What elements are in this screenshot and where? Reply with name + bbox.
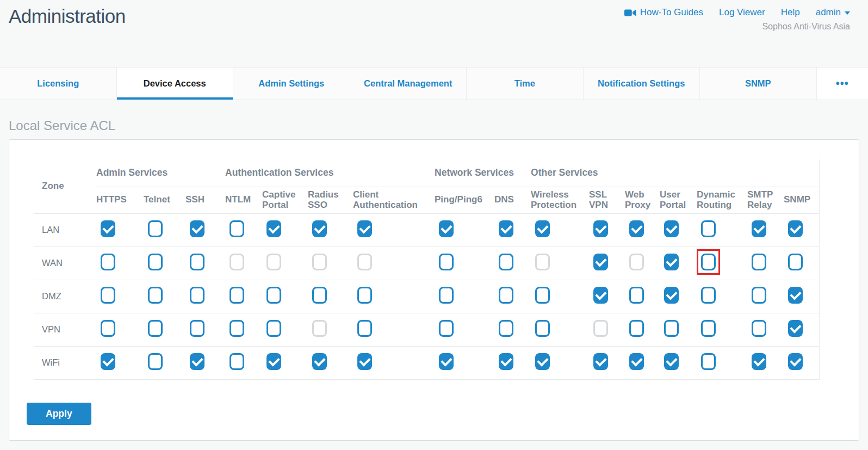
checkbox-wifi-web-proxy[interactable] <box>629 353 644 370</box>
link-log-viewer[interactable]: Log Viewer <box>719 7 765 18</box>
tab-licensing[interactable]: Licensing <box>0 67 117 100</box>
checkbox-box-unchecked <box>190 254 204 270</box>
checkbox-dmz-captive-portal[interactable] <box>266 287 281 304</box>
tab-time[interactable]: Time <box>467 67 584 100</box>
checkbox-wan-snmp[interactable] <box>788 254 803 270</box>
checkbox-dmz-user-portal[interactable] <box>664 287 679 304</box>
checkbox-wifi-client-authentication[interactable] <box>357 353 372 370</box>
checkbox-wifi-captive-portal[interactable] <box>266 353 281 370</box>
checkbox-vpn-captive-portal[interactable] <box>266 320 281 337</box>
cell-vpn-web-proxy <box>625 313 660 346</box>
checkbox-vpn-user-portal[interactable] <box>664 320 679 337</box>
checkbox-wan-ping-ping6[interactable] <box>439 254 454 270</box>
checkbox-wifi-ping-ping6[interactable] <box>439 353 454 370</box>
checkbox-dmz-client-authentication[interactable] <box>357 287 372 304</box>
tab-admin-settings[interactable]: Admin Settings <box>233 67 350 100</box>
checkbox-lan-ssl-vpn[interactable] <box>593 220 608 237</box>
cell-dmz-client-authentication <box>353 280 435 313</box>
checkbox-dmz-https[interactable] <box>101 287 115 304</box>
checkbox-lan-dynamic-routing[interactable] <box>701 220 716 237</box>
checkbox-lan-https[interactable] <box>101 220 115 237</box>
checkbox-wifi-telnet[interactable] <box>148 353 163 370</box>
tab-central-management[interactable]: Central Management <box>350 67 467 100</box>
checkbox-lan-web-proxy[interactable] <box>629 220 644 237</box>
checkbox-vpn-client-authentication[interactable] <box>357 320 372 337</box>
checkbox-lan-dns[interactable] <box>499 220 513 237</box>
checkbox-wifi-snmp[interactable] <box>788 353 803 370</box>
checkbox-dmz-ssh[interactable] <box>190 287 204 304</box>
checkbox-lan-wireless-protection[interactable] <box>535 220 550 237</box>
tab-label: Notification Settings <box>598 78 685 89</box>
checkbox-vpn-dynamic-routing[interactable] <box>701 320 716 337</box>
tab-device-access[interactable]: Device Access <box>117 67 234 100</box>
checkbox-lan-ntlm[interactable] <box>230 220 244 237</box>
checkbox-vpn-ping-ping6[interactable] <box>439 320 454 337</box>
checkbox-wan-smtp-relay[interactable] <box>752 254 766 270</box>
cell-wan-client-authentication <box>353 246 435 280</box>
checkbox-box-unchecked <box>629 287 644 304</box>
checkbox-box-unchecked <box>148 254 163 270</box>
checkbox-vpn-smtp-relay[interactable] <box>752 320 766 337</box>
checkbox-dmz-ntlm[interactable] <box>230 287 244 304</box>
checkbox-dmz-snmp[interactable] <box>788 287 803 304</box>
col-header-ssh: SSH <box>185 187 225 213</box>
checkbox-dmz-telnet[interactable] <box>148 287 163 304</box>
checkbox-vpn-telnet[interactable] <box>148 320 163 337</box>
cell-vpn-dns <box>494 313 531 346</box>
checkbox-dmz-smtp-relay[interactable] <box>752 287 766 304</box>
checkbox-wifi-dns[interactable] <box>499 353 513 370</box>
checkbox-lan-snmp[interactable] <box>788 220 803 237</box>
checkbox-vpn-snmp[interactable] <box>788 320 803 337</box>
checkbox-wifi-https[interactable] <box>101 353 115 370</box>
checkbox-dmz-dns[interactable] <box>499 287 513 304</box>
link-how-to-guides[interactable]: How-To Guides <box>624 7 703 18</box>
checkbox-lan-ping-ping6[interactable] <box>439 220 454 237</box>
checkbox-box-checked <box>101 220 115 237</box>
checkbox-vpn-dns[interactable] <box>499 320 513 337</box>
link-admin[interactable]: admin <box>816 7 850 18</box>
checkbox-lan-smtp-relay[interactable] <box>752 220 766 237</box>
checkbox-box-checked <box>357 220 372 237</box>
checkbox-lan-radius-sso[interactable] <box>312 220 327 237</box>
checkbox-wifi-ssh[interactable] <box>190 353 204 370</box>
tabs-more-button[interactable]: ••• <box>817 67 868 100</box>
checkbox-wan-ssl-vpn[interactable] <box>593 254 608 270</box>
checkbox-vpn-wireless-protection[interactable] <box>535 320 550 337</box>
checkbox-wan-dynamic-routing-highlighted[interactable] <box>701 254 716 270</box>
checkbox-wan-telnet[interactable] <box>148 254 163 270</box>
checkbox-box-unchecked <box>266 320 281 337</box>
checkbox-wifi-ssl-vpn[interactable] <box>593 353 608 370</box>
cell-wan-ping-ping6 <box>435 246 494 280</box>
checkbox-dmz-dynamic-routing[interactable] <box>701 287 716 304</box>
checkbox-dmz-radius-sso[interactable] <box>312 287 327 304</box>
tab-snmp[interactable]: SNMP <box>700 67 817 100</box>
checkbox-lan-ssh[interactable] <box>190 220 204 237</box>
checkbox-wan-ssh[interactable] <box>190 254 204 270</box>
checkbox-vpn-https[interactable] <box>101 320 115 337</box>
checkbox-wifi-smtp-relay[interactable] <box>752 353 766 370</box>
checkbox-lan-captive-portal[interactable] <box>266 220 281 237</box>
checkbox-wan-user-portal[interactable] <box>664 254 679 270</box>
checkbox-vpn-web-proxy[interactable] <box>629 320 644 337</box>
checkbox-wan-https[interactable] <box>101 254 115 270</box>
checkbox-vpn-ssh[interactable] <box>190 320 204 337</box>
checkbox-dmz-ping-ping6[interactable] <box>439 287 454 304</box>
apply-button[interactable]: Apply <box>27 403 91 425</box>
checkbox-lan-client-authentication[interactable] <box>357 220 372 237</box>
checkbox-wifi-user-portal[interactable] <box>664 353 679 370</box>
link-help[interactable]: Help <box>781 7 800 18</box>
checkbox-dmz-ssl-vpn[interactable] <box>593 287 608 304</box>
checkbox-wan-dns[interactable] <box>499 254 513 270</box>
checkbox-wifi-dynamic-routing[interactable] <box>701 353 716 370</box>
checkbox-dmz-web-proxy[interactable] <box>629 287 644 304</box>
checkbox-lan-user-portal[interactable] <box>664 220 679 237</box>
checkbox-wifi-radius-sso[interactable] <box>312 353 327 370</box>
checkbox-lan-telnet[interactable] <box>148 220 163 237</box>
checkbox-box-checked <box>266 220 281 237</box>
checkbox-dmz-wireless-protection[interactable] <box>535 287 550 304</box>
tab-notification-settings[interactable]: Notification Settings <box>584 67 700 100</box>
checkbox-vpn-ntlm[interactable] <box>230 320 244 337</box>
checkbox-box-unchecked <box>752 320 766 337</box>
checkbox-wifi-wireless-protection[interactable] <box>535 353 550 370</box>
checkbox-wifi-ntlm[interactable] <box>230 353 244 370</box>
